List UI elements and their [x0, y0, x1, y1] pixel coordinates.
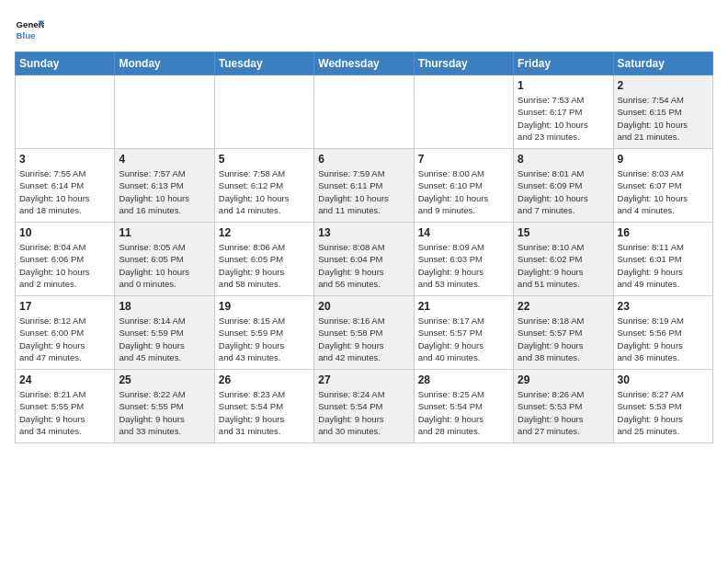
- weekday-header-friday: Friday: [514, 52, 613, 75]
- day-info: Sunrise: 8:16 AM Sunset: 5:58 PM Dayligh…: [318, 315, 409, 363]
- day-number: 7: [418, 153, 509, 166]
- day-info: Sunrise: 7:57 AM Sunset: 6:13 PM Dayligh…: [119, 167, 210, 216]
- day-number: 30: [618, 373, 709, 386]
- day-info: Sunrise: 8:11 AM Sunset: 6:01 PM Dayligh…: [618, 241, 709, 290]
- day-cell-5: 5Sunrise: 7:58 AM Sunset: 6:12 PM Daylig…: [214, 149, 313, 223]
- day-info: Sunrise: 7:53 AM Sunset: 6:17 PM Dayligh…: [518, 94, 609, 143]
- weekday-header-thursday: Thursday: [414, 52, 513, 75]
- day-number: 28: [418, 373, 509, 386]
- day-cell-7: 7Sunrise: 8:00 AM Sunset: 6:10 PM Daylig…: [414, 149, 513, 223]
- empty-cell: [414, 75, 513, 149]
- day-number: 21: [418, 300, 509, 313]
- day-cell-10: 10Sunrise: 8:04 AM Sunset: 6:06 PM Dayli…: [16, 223, 115, 296]
- day-cell-20: 20Sunrise: 8:16 AM Sunset: 5:58 PM Dayli…: [314, 296, 414, 370]
- day-info: Sunrise: 7:59 AM Sunset: 6:11 PM Dayligh…: [318, 167, 409, 216]
- day-info: Sunrise: 8:05 AM Sunset: 6:05 PM Dayligh…: [119, 241, 210, 290]
- day-info: Sunrise: 8:08 AM Sunset: 6:04 PM Dayligh…: [318, 241, 409, 290]
- day-cell-4: 4Sunrise: 7:57 AM Sunset: 6:13 PM Daylig…: [115, 149, 214, 223]
- weekday-header-tuesday: Tuesday: [214, 52, 313, 75]
- day-number: 10: [19, 226, 110, 239]
- day-number: 13: [318, 226, 409, 239]
- day-cell-1: 1Sunrise: 7:53 AM Sunset: 6:17 PM Daylig…: [514, 75, 613, 149]
- day-cell-15: 15Sunrise: 8:10 AM Sunset: 6:02 PM Dayli…: [514, 223, 613, 296]
- day-info: Sunrise: 8:12 AM Sunset: 6:00 PM Dayligh…: [19, 315, 110, 363]
- day-info: Sunrise: 8:09 AM Sunset: 6:03 PM Dayligh…: [418, 241, 509, 290]
- weekday-header-sunday: Sunday: [16, 52, 115, 75]
- day-number: 26: [219, 373, 310, 386]
- day-info: Sunrise: 8:15 AM Sunset: 5:59 PM Dayligh…: [219, 315, 310, 363]
- weekday-header-wednesday: Wednesday: [314, 52, 414, 75]
- day-cell-26: 26Sunrise: 8:23 AM Sunset: 5:54 PM Dayli…: [214, 370, 313, 443]
- day-info: Sunrise: 7:58 AM Sunset: 6:12 PM Dayligh…: [219, 167, 310, 216]
- day-cell-19: 19Sunrise: 8:15 AM Sunset: 5:59 PM Dayli…: [214, 296, 313, 370]
- day-cell-27: 27Sunrise: 8:24 AM Sunset: 5:54 PM Dayli…: [314, 370, 414, 443]
- day-info: Sunrise: 8:19 AM Sunset: 5:56 PM Dayligh…: [618, 315, 709, 363]
- day-cell-9: 9Sunrise: 8:03 AM Sunset: 6:07 PM Daylig…: [613, 149, 712, 223]
- day-number: 17: [19, 300, 110, 313]
- day-info: Sunrise: 8:04 AM Sunset: 6:06 PM Dayligh…: [19, 241, 110, 290]
- day-cell-29: 29Sunrise: 8:26 AM Sunset: 5:53 PM Dayli…: [514, 370, 613, 443]
- day-number: 16: [618, 226, 709, 239]
- day-cell-21: 21Sunrise: 8:17 AM Sunset: 5:57 PM Dayli…: [414, 296, 513, 370]
- day-info: Sunrise: 8:21 AM Sunset: 5:55 PM Dayligh…: [19, 388, 110, 437]
- empty-cell: [16, 75, 115, 149]
- day-number: 5: [219, 153, 310, 166]
- day-number: 27: [318, 373, 409, 386]
- day-info: Sunrise: 8:22 AM Sunset: 5:55 PM Dayligh…: [119, 388, 210, 437]
- day-info: Sunrise: 7:54 AM Sunset: 6:15 PM Dayligh…: [618, 94, 709, 143]
- day-info: Sunrise: 8:06 AM Sunset: 6:05 PM Dayligh…: [219, 241, 310, 290]
- day-info: Sunrise: 8:25 AM Sunset: 5:54 PM Dayligh…: [418, 388, 509, 437]
- day-cell-3: 3Sunrise: 7:55 AM Sunset: 6:14 PM Daylig…: [16, 149, 115, 223]
- day-number: 3: [19, 153, 110, 166]
- day-number: 12: [219, 226, 310, 239]
- day-info: Sunrise: 8:18 AM Sunset: 5:57 PM Dayligh…: [518, 315, 609, 363]
- empty-cell: [214, 75, 313, 149]
- day-cell-28: 28Sunrise: 8:25 AM Sunset: 5:54 PM Dayli…: [414, 370, 513, 443]
- week-row-4: 17Sunrise: 8:12 AM Sunset: 6:00 PM Dayli…: [16, 296, 713, 370]
- calendar-table: SundayMondayTuesdayWednesdayThursdayFrid…: [15, 52, 713, 443]
- day-number: 18: [119, 300, 210, 313]
- day-number: 4: [119, 153, 210, 166]
- weekday-header-monday: Monday: [115, 52, 214, 75]
- day-info: Sunrise: 8:17 AM Sunset: 5:57 PM Dayligh…: [418, 315, 509, 363]
- day-cell-25: 25Sunrise: 8:22 AM Sunset: 5:55 PM Dayli…: [115, 370, 214, 443]
- day-number: 25: [119, 373, 210, 386]
- day-number: 14: [418, 226, 509, 239]
- day-info: Sunrise: 8:27 AM Sunset: 5:53 PM Dayligh…: [618, 388, 709, 437]
- day-cell-30: 30Sunrise: 8:27 AM Sunset: 5:53 PM Dayli…: [613, 370, 712, 443]
- day-cell-24: 24Sunrise: 8:21 AM Sunset: 5:55 PM Dayli…: [16, 370, 115, 443]
- day-info: Sunrise: 8:01 AM Sunset: 6:09 PM Dayligh…: [518, 167, 609, 216]
- week-row-3: 10Sunrise: 8:04 AM Sunset: 6:06 PM Dayli…: [16, 223, 713, 296]
- day-cell-6: 6Sunrise: 7:59 AM Sunset: 6:11 PM Daylig…: [314, 149, 414, 223]
- week-row-5: 24Sunrise: 8:21 AM Sunset: 5:55 PM Dayli…: [16, 370, 713, 443]
- day-info: Sunrise: 8:23 AM Sunset: 5:54 PM Dayligh…: [219, 388, 310, 437]
- day-info: Sunrise: 8:14 AM Sunset: 5:59 PM Dayligh…: [119, 315, 210, 363]
- day-cell-22: 22Sunrise: 8:18 AM Sunset: 5:57 PM Dayli…: [514, 296, 613, 370]
- empty-cell: [115, 75, 214, 149]
- day-cell-12: 12Sunrise: 8:06 AM Sunset: 6:05 PM Dayli…: [214, 223, 313, 296]
- day-number: 8: [518, 153, 609, 166]
- day-cell-18: 18Sunrise: 8:14 AM Sunset: 5:59 PM Dayli…: [115, 296, 214, 370]
- day-cell-11: 11Sunrise: 8:05 AM Sunset: 6:05 PM Dayli…: [115, 223, 214, 296]
- svg-text:Blue: Blue: [17, 30, 36, 40]
- logo: General Blue: [15, 15, 44, 44]
- weekday-header-saturday: Saturday: [613, 52, 712, 75]
- day-number: 15: [518, 226, 609, 239]
- day-info: Sunrise: 8:03 AM Sunset: 6:07 PM Dayligh…: [618, 167, 709, 216]
- day-info: Sunrise: 7:55 AM Sunset: 6:14 PM Dayligh…: [19, 167, 110, 216]
- day-number: 24: [19, 373, 110, 386]
- day-info: Sunrise: 8:00 AM Sunset: 6:10 PM Dayligh…: [418, 167, 509, 216]
- day-cell-17: 17Sunrise: 8:12 AM Sunset: 6:00 PM Dayli…: [16, 296, 115, 370]
- logo-icon: General Blue: [15, 15, 44, 44]
- day-cell-2: 2Sunrise: 7:54 AM Sunset: 6:15 PM Daylig…: [613, 75, 712, 149]
- day-number: 20: [318, 300, 409, 313]
- weekday-header-row: SundayMondayTuesdayWednesdayThursdayFrid…: [16, 52, 713, 75]
- header: General Blue: [15, 15, 713, 44]
- day-number: 6: [318, 153, 409, 166]
- day-cell-13: 13Sunrise: 8:08 AM Sunset: 6:04 PM Dayli…: [314, 223, 414, 296]
- day-cell-23: 23Sunrise: 8:19 AM Sunset: 5:56 PM Dayli…: [613, 296, 712, 370]
- day-number: 23: [618, 300, 709, 313]
- day-info: Sunrise: 8:24 AM Sunset: 5:54 PM Dayligh…: [318, 388, 409, 437]
- day-number: 22: [518, 300, 609, 313]
- day-number: 29: [518, 373, 609, 386]
